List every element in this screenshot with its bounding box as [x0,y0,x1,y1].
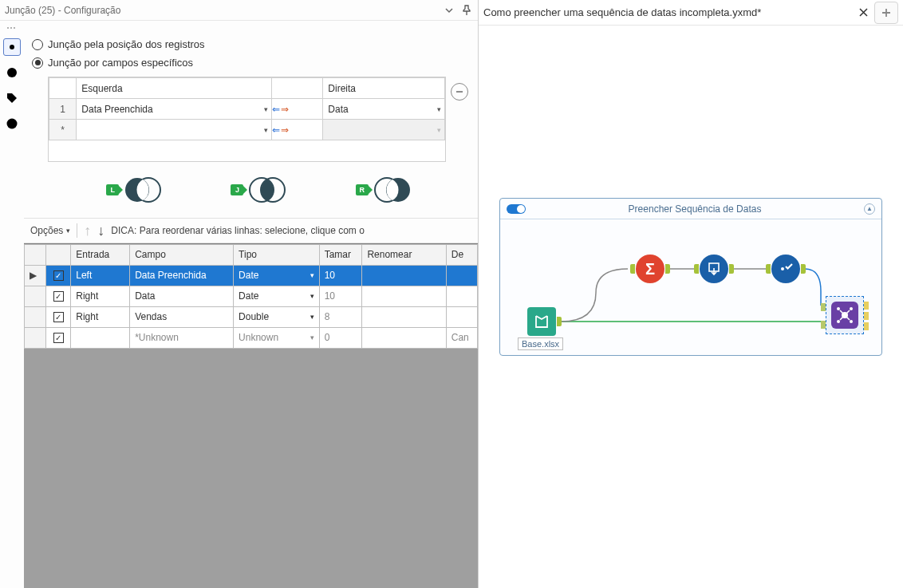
left-field-select[interactable]: ▾ [77,120,270,140]
config-sidebar [0,35,24,588]
workflow-tab[interactable]: Como preencher uma sequência de datas in… [483,0,852,25]
move-up-button[interactable]: ↑ [84,223,91,238]
checkbox[interactable]: ✓ [53,312,64,322]
radio-join-by-fields[interactable]: Junção por campos específicos [24,53,478,72]
left-header: Esquerda [77,78,271,99]
tab-close-button[interactable] [857,6,869,19]
tool-join-selected[interactable] [826,296,864,334]
overflow-menu-icon[interactable]: ⋯ [0,21,478,35]
svg-point-0 [10,45,14,49]
svg-point-17 [837,320,840,323]
workflow-canvas[interactable]: Preencher Sequência de Datas ▲ [479,26,903,588]
tool-summarize[interactable]: Σ [636,255,664,283]
options-dropdown[interactable]: Opções▾ [30,225,70,236]
navigate-icon[interactable] [3,64,21,81]
checkbox[interactable]: ✓ [53,270,64,281]
field-grid: Entrada Campo Tipo Tamar Renomear De ▶✓L… [24,243,478,589]
svg-point-13 [781,267,784,270]
tab-bar: Como preencher uma sequência de datas in… [479,0,903,26]
move-down-button[interactable]: ↓ [97,223,104,238]
swap-fields-icon[interactable]: ⇐⇒ [271,120,323,140]
remove-row-button[interactable] [451,83,468,101]
type-select[interactable]: Date▾ [239,270,314,281]
left-field-select[interactable]: Data Preenchida▾ [77,99,270,119]
input-file-label: Base.xlsx [518,337,563,350]
radio-icon[interactable] [32,57,43,69]
collapse-chevron-icon[interactable] [443,4,455,17]
pin-icon[interactable] [460,4,473,17]
radio-join-by-position[interactable]: Junção pela posição dos registros [24,35,478,53]
workflow-panel: Como preencher uma sequência de datas in… [479,0,903,588]
svg-point-18 [850,320,853,323]
table-row[interactable]: ✓RightDataDate▾10 [25,286,478,306]
tab-add-button[interactable] [874,2,898,24]
help-icon[interactable] [3,115,21,132]
panel-title: Junção (25) - Configuração [5,5,438,16]
tool-container[interactable]: Preencher Sequência de Datas ▲ [499,198,882,356]
tool-select[interactable] [771,255,800,283]
venn-right[interactable]: R [356,176,412,203]
container-toggle[interactable] [507,204,526,214]
right-field-select[interactable]: ▾ [323,120,444,140]
venn-left[interactable]: L [106,176,162,203]
join-fields-table: Esquerda Direita 1 Data Preenchida▾ ⇐⇒ D… [48,77,446,162]
options-bar: Opções▾ ↑ ↓ DICA: Para reordenar várias … [24,219,478,243]
table-row[interactable]: ✓RightVendasDouble▾8 [25,306,478,327]
svg-point-12 [779,262,793,276]
right-field-select[interactable]: Data▾ [323,99,444,119]
type-select[interactable]: Double▾ [239,311,314,322]
container-title: Preencher Sequência de Datas [532,203,858,215]
tool-input-data[interactable] [527,307,556,336]
table-row[interactable]: ▶✓LeftData PreenchidaDate▾10 [25,265,478,286]
venn-preview-row: L J R [24,167,478,218]
type-select[interactable]: Date▾ [239,290,314,302]
type-select[interactable]: Unknown▾ [239,332,314,343]
tag-icon[interactable] [3,89,21,107]
container-collapse-button[interactable]: ▲ [864,203,875,215]
checkbox[interactable]: ✓ [53,333,64,343]
radio-icon[interactable] [32,39,43,50]
checkbox[interactable]: ✓ [53,291,64,302]
svg-point-15 [837,307,840,310]
right-header: Direita [323,78,445,99]
configuration-panel: Junção (25) - Configuração ⋯ [0,0,479,588]
config-header: Junção (25) - Configuração [0,0,478,21]
svg-point-2 [9,95,10,97]
swap-fields-icon[interactable]: ⇐⇒ [271,99,323,120]
table-row[interactable]: ✓*UnknownUnknown▾0Can [25,327,478,348]
gear-icon[interactable] [3,38,21,56]
svg-point-16 [850,307,853,310]
tool-append[interactable] [700,255,728,283]
venn-join[interactable]: J [231,176,286,203]
hint-text: DICA: Para reordenar várias linhas: sele… [111,225,471,236]
